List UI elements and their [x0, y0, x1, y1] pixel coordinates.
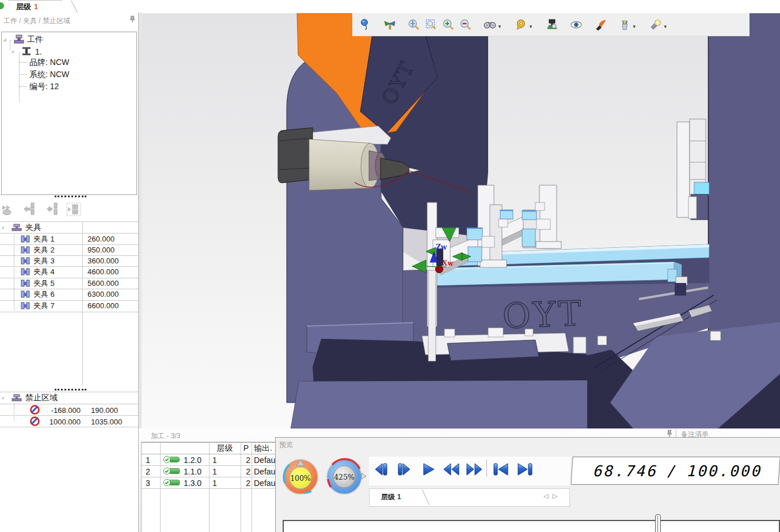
expander-icon[interactable] — [1, 396, 4, 399]
tool-inspect-icon[interactable] — [543, 16, 561, 33]
fixture-icon — [21, 235, 30, 243]
col-header-output[interactable]: 输出. — [254, 443, 272, 454]
speed-dial[interactable]: 100% — [281, 457, 319, 495]
tree-item-brand[interactable]: 品牌: NCW — [29, 58, 69, 68]
counter-current: 68.746 — [593, 462, 659, 480]
tree-guide — [19, 62, 27, 63]
go-start-button[interactable] — [491, 461, 511, 478]
fixture-icon — [21, 246, 30, 254]
tree-item-workpiece[interactable]: 工件 — [27, 35, 43, 45]
dropdown-arrow-icon[interactable]: ▼ — [497, 24, 502, 29]
fixtures-group-icon — [12, 223, 22, 232]
timeline-track[interactable] — [283, 520, 780, 532]
tree-guide — [10, 40, 10, 49]
paint-brush-icon[interactable] — [592, 16, 609, 33]
paste-grid-icon[interactable] — [66, 202, 82, 217]
dropdown-arrow-icon[interactable]: ▼ — [528, 24, 533, 29]
move-right-icon[interactable] — [45, 202, 60, 217]
axis-z-label: Zw — [436, 243, 447, 251]
tab-label: 层级 — [16, 2, 31, 11]
playback-separator — [486, 460, 487, 477]
pick-pin-icon[interactable] — [357, 16, 374, 33]
workpiece-tree: 工件 1. 品牌: NCW 系统: NCW 编号: 12 — [1, 32, 137, 195]
machining-title: 加工 - 3/3 — [151, 431, 180, 441]
col-header-level[interactable]: 层级 — [209, 443, 241, 454]
operation-status-icon — [163, 479, 181, 487]
tree-guide — [19, 86, 27, 87]
step-back-button[interactable] — [371, 461, 391, 478]
zoom-dial-value: 425% — [334, 473, 355, 481]
axis-x-label: Xw — [442, 259, 454, 267]
logo-base-text: OYT — [501, 293, 584, 336]
top-tab-bar — [0, 0, 780, 13]
step-forward-button[interactable] — [394, 461, 414, 478]
tab-prev-arrow[interactable]: ◁ — [543, 492, 548, 500]
tree-guide — [19, 74, 27, 75]
machining-table: 层级 P 输出. 1 1.2.0 1 2 Defau 2 — [141, 442, 275, 532]
preview-tab-level-1[interactable]: 层级1 — [376, 489, 416, 505]
move-left-icon[interactable] — [23, 202, 38, 217]
part-icon — [21, 47, 32, 56]
sidebar-header: 工件 / 夹具 / 禁止区域 — [3, 16, 70, 26]
fixture-icon — [21, 267, 30, 275]
app-window: 层级1 工件 / 夹具 / 禁止区域 工件 — [0, 0, 780, 532]
view-toolbar: ▼ ▼ ▼ ▼ — [352, 13, 749, 36]
expander-icon[interactable] — [3, 38, 6, 41]
left-sidebar: 工件 / 夹具 / 禁止区域 工件 1. 品牌 — [0, 13, 139, 532]
forbidden-table: 禁止区域 -168.000 190.000 1000.000 1035.000 — [0, 392, 138, 427]
search-binoculars-icon[interactable] — [481, 16, 499, 33]
fixture-icon — [21, 301, 30, 309]
zoom-dial[interactable]: 425% — [325, 457, 369, 495]
play-button[interactable] — [418, 461, 438, 478]
dial-step-arrow-icon — [362, 473, 366, 479]
forbidden-title: 禁止区域 — [25, 392, 58, 403]
tape-measure-icon[interactable] — [512, 16, 530, 33]
tab-edge — [422, 489, 429, 505]
splitter-handle[interactable] — [55, 389, 86, 391]
tree-item-system[interactable]: 系统: NCW — [29, 70, 69, 80]
go-end-button[interactable] — [515, 461, 535, 478]
tree-item-part[interactable]: 1. — [35, 47, 42, 56]
zoom-in-icon[interactable] — [440, 16, 457, 33]
orientation-axes-icon[interactable] — [381, 16, 398, 33]
zoom-out-icon[interactable] — [457, 16, 474, 33]
flashlight-icon[interactable] — [647, 16, 664, 33]
pin-icon[interactable] — [129, 16, 136, 23]
machine-3d-scene: OYT OYT — [142, 13, 780, 428]
expander-icon[interactable] — [11, 50, 14, 53]
fixture-icon — [21, 279, 30, 287]
preview-tab-strip: 层级1 ◁ ▷ — [369, 488, 570, 507]
fixture-icon — [21, 290, 30, 298]
machine-3d-viewport[interactable]: OYT OYT — [142, 13, 780, 428]
preview-window: 预览 100% 425% 68.746 — [275, 437, 780, 532]
tab-next-arrow[interactable]: ▷ — [553, 492, 557, 500]
timeline-handle[interactable] — [655, 514, 661, 532]
pin-icon[interactable] — [666, 430, 673, 438]
header-divider — [676, 429, 676, 438]
fixture-icon — [21, 257, 30, 265]
zoom-window-icon[interactable] — [423, 16, 440, 33]
counter-total: 100.000 — [687, 462, 763, 480]
progress-counter: 68.746 / 100.000 — [570, 457, 780, 485]
tree-guide — [19, 53, 20, 102]
col-header-p[interactable]: P — [241, 443, 252, 454]
dropdown-arrow-icon[interactable]: ▼ — [663, 24, 668, 29]
operation-status-icon — [163, 456, 181, 464]
tab-number: 1 — [34, 2, 38, 11]
zoom-dynamic-icon[interactable] — [405, 16, 423, 33]
spindle-rear — [278, 128, 313, 183]
tree-item-number[interactable]: 编号: 12 — [29, 82, 59, 92]
annotation-pencils-icon[interactable] — [616, 16, 633, 33]
tab-level-1[interactable]: 层级1 — [8, 0, 62, 13]
visibility-eye-icon[interactable] — [568, 16, 585, 33]
counter-separator: / — [667, 462, 679, 480]
preview-title: 预览 — [279, 440, 293, 450]
transfer-fixture-icon[interactable] — [1, 202, 16, 217]
rewind-button[interactable] — [442, 461, 461, 478]
operation-status-icon — [163, 467, 181, 475]
splitter-handle[interactable] — [55, 196, 86, 197]
workpiece-icon — [13, 34, 25, 44]
dropdown-arrow-icon[interactable]: ▼ — [632, 24, 637, 29]
fast-forward-button[interactable] — [465, 461, 484, 478]
expander-icon[interactable] — [1, 226, 4, 229]
